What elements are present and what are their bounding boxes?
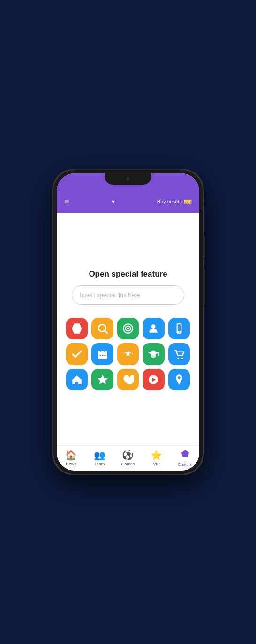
link-input-container — [72, 285, 184, 305]
svg-rect-13 — [99, 355, 101, 356]
nav-label-team: Team — [94, 462, 105, 466]
nav-item-games[interactable]: ⚽ Games — [114, 449, 143, 466]
graduation-icon-button[interactable] — [143, 343, 164, 365]
main-content: Open special feature — [57, 213, 199, 445]
svg-point-8 — [179, 332, 180, 333]
phone-device: ≡ ▾ Buy tickets 🎫 Open special feature — [53, 170, 203, 474]
dropdown-chevron-icon[interactable]: ▾ — [112, 198, 115, 205]
phone-screen: ≡ ▾ Buy tickets 🎫 Open special feature — [57, 173, 199, 471]
vip-nav-icon: ⭐ — [151, 449, 162, 461]
buy-tickets-button[interactable]: Buy tickets 🎫 — [157, 198, 192, 205]
svg-point-5 — [151, 324, 156, 329]
svg-point-4 — [127, 328, 129, 329]
nav-item-team[interactable]: 👥 Team — [85, 449, 114, 466]
team-nav-icon: 👥 — [94, 449, 105, 461]
nav-label-vip: VIP — [153, 462, 160, 466]
app-header: ≡ ▾ Buy tickets 🎫 — [57, 190, 199, 213]
special-link-input[interactable] — [72, 285, 184, 305]
svg-line-1 — [105, 331, 107, 333]
svg-marker-17 — [123, 352, 125, 354]
nav-item-vip[interactable]: ⭐ VIP — [142, 449, 171, 466]
tag-icon-button[interactable] — [66, 318, 88, 339]
check-icon-button[interactable] — [66, 343, 88, 365]
nav-item-news[interactable]: 🏠 News — [57, 449, 85, 466]
notch-area — [57, 173, 199, 190]
location-icon-button[interactable] — [168, 369, 190, 390]
svg-point-21 — [177, 358, 179, 359]
nav-label-custom: Custom — [178, 462, 192, 467]
feature-title: Open special feature — [89, 270, 167, 279]
camera-dot — [126, 177, 130, 181]
ticket-icon: 🎫 — [184, 198, 192, 205]
calendar-icon-button[interactable] — [91, 343, 113, 365]
star-icon-button[interactable] — [91, 369, 113, 390]
play-icon-button[interactable] — [143, 369, 164, 390]
icon-grid — [64, 318, 192, 390]
search-icon-button[interactable] — [91, 318, 113, 339]
buy-tickets-label: Buy tickets — [157, 199, 182, 204]
games-nav-icon: ⚽ — [122, 449, 134, 461]
home-icon-button[interactable] — [66, 369, 88, 390]
svg-marker-23 — [98, 374, 108, 384]
svg-marker-18 — [131, 352, 133, 354]
notch — [105, 173, 151, 185]
hamburger-icon[interactable]: ≡ — [64, 197, 69, 207]
svg-rect-10 — [98, 351, 107, 353]
svg-rect-7 — [178, 324, 181, 331]
nav-label-games: Games — [121, 462, 135, 466]
phone-icon-button[interactable] — [168, 318, 190, 339]
heart-icon-button[interactable] — [117, 369, 139, 390]
nav-label-news: News — [66, 462, 76, 466]
user-icon-button[interactable] — [143, 318, 164, 339]
svg-rect-15 — [104, 355, 105, 356]
nav-item-custom[interactable]: Custom — [171, 449, 199, 467]
custom-nav-icon — [180, 449, 190, 461]
cart-icon-button[interactable] — [168, 343, 190, 365]
home-nav-icon: 🏠 — [65, 449, 77, 461]
svg-point-22 — [181, 358, 183, 359]
svg-marker-16 — [124, 350, 131, 357]
stars-icon-button[interactable] — [117, 343, 139, 365]
bottom-navigation: 🏠 News 👥 Team ⚽ Games ⭐ VIP — [57, 445, 199, 471]
svg-marker-26 — [181, 450, 189, 457]
target-icon-button[interactable] — [117, 318, 139, 339]
svg-rect-14 — [102, 355, 103, 356]
